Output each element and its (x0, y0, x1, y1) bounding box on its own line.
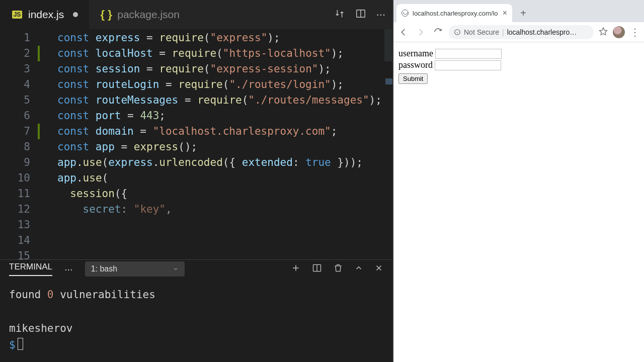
tab-name: index.js (28, 9, 64, 21)
terminal-text: vulnerabilities (54, 289, 155, 301)
code-line[interactable]: app.use(express.urlencoded({ extended: t… (57, 155, 392, 170)
code-line[interactable]: const session = require("express-session… (57, 61, 392, 77)
terminal-text: 0 (47, 289, 54, 301)
code-editor[interactable]: 123456789101112131415 const express = re… (0, 29, 392, 259)
page-content: username password Submit (393, 42, 644, 362)
line-number: 9 (0, 155, 30, 170)
username-label: username (398, 48, 433, 59)
line-number: 6 (0, 108, 30, 124)
line-number: 7 (0, 124, 30, 139)
code-line[interactable]: const domain = "localhost.charlesproxy.c… (57, 124, 392, 139)
chevron-down-icon (173, 266, 179, 272)
code-line[interactable]: const app = express(); (57, 139, 392, 155)
url-text: localhost.charlespro… (507, 28, 577, 36)
minimap[interactable] (384, 29, 392, 61)
js-file-icon: JS (11, 9, 23, 21)
code-line[interactable]: secret: "key", (57, 202, 392, 217)
close-terminal-icon[interactable] (374, 263, 383, 275)
address-bar[interactable]: Not Secure | localhost.charlespro… (449, 25, 594, 39)
line-numbers: 123456789101112131415 (0, 29, 39, 259)
terminal-actions (291, 263, 383, 275)
profile-avatar[interactable] (613, 26, 625, 38)
terminal-tab[interactable]: TERMINAL (9, 262, 52, 276)
security-status: Not Secure (464, 28, 499, 36)
editor-tab-packagejson[interactable]: { } package.json (89, 0, 191, 29)
terminal-panel: TERMINAL ··· 1: bash found 0 vulnerabili… (0, 259, 392, 362)
line-number: 10 (0, 170, 30, 186)
editor-pane: JS index.js { } package.json ··· 1234567… (0, 0, 392, 362)
forward-button[interactable] (415, 26, 427, 38)
password-input[interactable] (435, 60, 501, 70)
code-line[interactable]: const port = 443; (57, 108, 392, 124)
browser-menu-icon[interactable]: ⋮ (630, 26, 640, 38)
new-tab-button[interactable]: + (516, 6, 530, 20)
line-number: 12 (0, 202, 30, 217)
maximize-terminal-icon[interactable] (354, 263, 363, 275)
line-number: 15 (0, 248, 30, 259)
code-line[interactable]: const routeMessages = require("./routes/… (57, 93, 392, 108)
submit-button[interactable]: Submit (398, 73, 428, 84)
line-number: 5 (0, 93, 30, 108)
terminal-user: mikesherov (9, 320, 383, 337)
split-terminal-icon[interactable] (312, 263, 322, 275)
svg-marker-11 (600, 28, 607, 35)
code-line[interactable]: const routeLogin = require("./routes/log… (57, 77, 392, 93)
code-line[interactable]: const localHost = require("https-localho… (57, 46, 392, 61)
editor-toolbar-actions: ··· (334, 8, 385, 21)
terminal-more-icon[interactable]: ··· (64, 263, 73, 275)
editor-tab-indexjs[interactable]: JS index.js (0, 0, 89, 29)
terminal-text: found (9, 289, 47, 301)
editor-tabs-bar: JS index.js { } package.json ··· (0, 0, 392, 29)
line-number: 13 (0, 217, 30, 233)
info-icon (454, 29, 461, 36)
browser-pane: localhost.charlesproxy.com/lo × + Not Se… (392, 0, 644, 362)
line-number: 11 (0, 186, 30, 202)
browser-toolbar: Not Secure | localhost.charlespro… ⋮ (393, 22, 644, 42)
line-number: 4 (0, 77, 30, 93)
tab-name: package.json (117, 9, 180, 21)
dirty-indicator-icon (73, 12, 78, 17)
split-editor-icon[interactable] (355, 8, 366, 21)
globe-icon (401, 10, 409, 17)
terminal-prompt: $ (9, 339, 16, 351)
code-line[interactable]: app.use( (57, 170, 392, 186)
kill-terminal-icon[interactable] (333, 263, 343, 275)
terminal-shell-select[interactable]: 1: bash (85, 261, 185, 277)
code-line[interactable]: session({ (57, 186, 392, 202)
form-row-username: username (398, 48, 639, 59)
password-label: password (398, 60, 433, 70)
compare-changes-icon[interactable] (334, 8, 345, 21)
terminal-tabs: TERMINAL ··· 1: bash (0, 260, 392, 279)
line-number: 8 (0, 139, 30, 155)
more-actions-icon[interactable]: ··· (376, 8, 385, 21)
line-number: 1 (0, 30, 30, 46)
back-button[interactable] (397, 26, 410, 38)
json-file-icon: { } (100, 9, 112, 21)
shell-label: 1: bash (91, 264, 117, 274)
cursor-icon (18, 338, 23, 350)
line-number: 14 (0, 233, 30, 248)
code-content[interactable]: const express = require("express");const… (39, 29, 392, 259)
new-terminal-icon[interactable] (291, 263, 301, 275)
browser-tab[interactable]: localhost.charlesproxy.com/lo × (396, 4, 512, 22)
reload-button[interactable] (432, 26, 444, 38)
code-line[interactable]: const express = require("express"); (57, 30, 392, 46)
bookmark-icon[interactable] (599, 27, 608, 38)
username-input[interactable] (435, 49, 502, 59)
minimap-range-icon (385, 78, 392, 84)
terminal-output[interactable]: found 0 vulnerabilities mikesherov $ (0, 279, 392, 362)
line-number: 3 (0, 61, 30, 77)
browser-tabstrip: localhost.charlesproxy.com/lo × + (393, 0, 644, 22)
form-row-password: password (398, 60, 639, 70)
browser-tab-title: localhost.charlesproxy.com/lo (413, 10, 498, 17)
line-number: 2 (0, 46, 30, 61)
close-tab-icon[interactable]: × (503, 9, 507, 18)
